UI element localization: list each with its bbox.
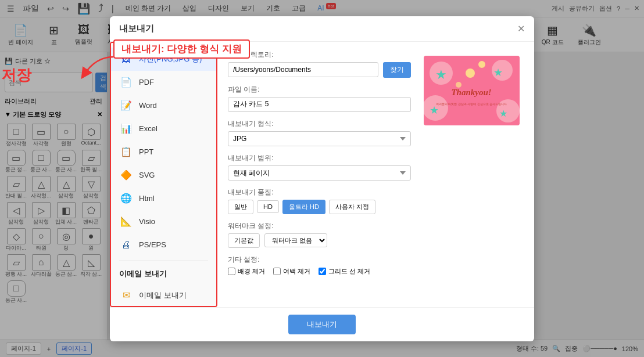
format-ppt[interactable]: 📋 PPT — [111, 140, 216, 164]
preview-svg: ★ ★ ★ ★ Thankyou! 여러분의 따뜻한 관심과 사랑에 진심으로 … — [424, 56, 520, 125]
export-modal: 내보내기 ✕ 🖼 사진(PNG,JPG 등) 📄 PDF 📝 Word — [110, 16, 534, 341]
filename-row: 파일 이름: — [228, 85, 411, 112]
modal-right-panel: 저장 디렉토리: 찾기 파일 이름: 내보내기 형식: — [217, 42, 534, 307]
range-label: 내보내기 범위: — [228, 153, 411, 163]
margin-remove-check[interactable]: 여백 제거 — [273, 267, 310, 276]
range-select[interactable]: 현재 페이지 모든 페이지 — [228, 165, 411, 181]
svg-text:★: ★ — [499, 109, 507, 118]
quality-ultrahd-btn[interactable]: 울트라 HD — [282, 200, 325, 214]
extra-settings-row: 기타 설정: 배경 제거 여백 제거 — [228, 255, 411, 276]
quality-hd-btn[interactable]: HD — [257, 200, 279, 213]
word-icon: 📝 — [119, 99, 133, 113]
format-svg[interactable]: 🔶 SVG — [111, 164, 216, 187]
quality-row-container: 내보내기 품질: 일반 HD 울트라 HD 사용자 지정 — [228, 187, 411, 214]
modal-title: 내보내기 — [119, 23, 154, 34]
preview-image: ★ ★ ★ ★ Thankyou! 여러분의 따뜻한 관심과 사랑에 진심으로 … — [424, 56, 520, 125]
svg-text:여러분의 따뜻한 관심과 사랑에 진심으로 감사드립니다: 여러분의 따뜻한 관심과 사랑에 진심으로 감사드립니다 — [436, 102, 507, 106]
email-icon: ✉ — [119, 289, 133, 302]
preview-area: ★ ★ ★ ★ Thankyou! 여러분의 따뜻한 관심과 사랑에 진심으로 … — [419, 50, 524, 299]
png-icon: 🖼 — [119, 52, 133, 66]
watermark-default-btn[interactable]: 기본값 — [228, 233, 260, 248]
format-png[interactable]: 🖼 사진(PNG,JPG 등) — [111, 48, 216, 71]
format-word[interactable]: 📝 Word — [111, 94, 216, 117]
email-section-title: 이메일 보내기 — [111, 264, 216, 284]
modal-overlay[interactable]: 내보내기 ✕ 🖼 사진(PNG,JPG 등) 📄 PDF 📝 Word — [0, 0, 644, 357]
pseps-icon: 🖨 — [119, 238, 133, 252]
svg-icon: 🔶 — [119, 168, 133, 182]
watermark-row-container: 워터마크 설정: 기본값 워터마크 없음 — [228, 221, 411, 248]
svg-text:Thankyou!: Thankyou! — [451, 88, 491, 97]
format-pseps[interactable]: 🖨 PS/EPS — [111, 233, 216, 257]
grid-remove-label: 그리드 선 제거 — [328, 267, 370, 276]
modal-body: 🖼 사진(PNG,JPG 등) 📄 PDF 📝 Word 📊 Excel 📋 — [110, 42, 534, 307]
watermark-label: 워터마크 설정: — [228, 221, 411, 231]
watermark-select[interactable]: 워터마크 없음 — [264, 233, 327, 247]
bg-remove-input[interactable] — [228, 268, 235, 275]
html-label: Html — [139, 194, 155, 203]
modal-close-btn[interactable]: ✕ — [517, 23, 525, 34]
svg-text:★: ★ — [435, 67, 447, 82]
bg-remove-check[interactable]: 배경 제거 — [228, 267, 265, 276]
sep-email — [119, 260, 208, 261]
pdf-label: PDF — [139, 78, 154, 86]
extra-label: 기타 설정: — [228, 255, 411, 265]
save-dir-input[interactable] — [228, 62, 378, 77]
quality-buttons: 일반 HD 울트라 HD 사용자 지정 — [228, 200, 411, 214]
modal-header: 내보내기 ✕ — [110, 16, 534, 42]
watermark-controls: 기본값 워터마크 없음 — [228, 233, 411, 248]
svg-text:★: ★ — [430, 104, 439, 116]
visio-label: Visio — [139, 217, 155, 226]
ppt-label: PPT — [139, 147, 153, 156]
svg-point-11 — [456, 82, 461, 88]
filename-label: 파일 이름: — [228, 85, 411, 95]
email-item[interactable]: ✉ 이메일 보내기 — [111, 284, 216, 307]
quality-label: 내보내기 품질: — [228, 187, 411, 197]
browse-btn[interactable]: 찾기 — [383, 62, 411, 78]
extra-checkboxes: 배경 제거 여백 제거 그리드 선 제거 — [228, 267, 411, 276]
save-dir-inline: 찾기 — [228, 62, 411, 78]
grid-remove-check[interactable]: 그리드 선 제거 — [319, 267, 370, 276]
svg-label: SVG — [139, 171, 155, 179]
modal-footer: 내보내기 — [110, 307, 534, 341]
excel-label: Excel — [139, 124, 158, 133]
png-label: 사진(PNG,JPG 등) — [139, 54, 202, 64]
excel-icon: 📊 — [119, 122, 133, 136]
export-form: 저장 디렉토리: 찾기 파일 이름: 내보내기 형식: — [228, 50, 411, 299]
export-btn[interactable]: 내보내기 — [288, 315, 356, 334]
format-label: 내보내기 형식: — [228, 119, 411, 129]
pdf-icon: 📄 — [119, 75, 133, 89]
email-label: 이메일 보내기 — [139, 290, 187, 301]
quality-normal-btn[interactable]: 일반 — [228, 200, 253, 214]
svg-point-9 — [466, 68, 475, 78]
ppt-icon: 📋 — [119, 145, 133, 159]
format-html[interactable]: 🌐 Html — [111, 187, 216, 210]
format-select[interactable]: JPG PNG BMP — [228, 131, 411, 146]
visio-icon: 📐 — [119, 215, 133, 229]
svg-point-10 — [478, 61, 485, 68]
bg-remove-label: 배경 제거 — [238, 267, 265, 276]
pseps-label: PS/EPS — [139, 240, 166, 249]
filename-input[interactable] — [228, 97, 411, 112]
margin-remove-input[interactable] — [273, 268, 281, 275]
range-row: 내보내기 범위: 현재 페이지 모든 페이지 — [228, 153, 411, 181]
html-icon: 🌐 — [119, 192, 133, 205]
format-visio[interactable]: 📐 Visio — [111, 210, 216, 233]
format-excel[interactable]: 📊 Excel — [111, 117, 216, 140]
svg-text:★: ★ — [493, 67, 503, 78]
margin-remove-label: 여백 제거 — [283, 267, 310, 276]
format-row: 내보내기 형식: JPG PNG BMP — [228, 119, 411, 146]
quality-custom-btn[interactable]: 사용자 지정 — [329, 200, 375, 214]
grid-remove-input[interactable] — [319, 268, 326, 275]
modal-format-list: 🖼 사진(PNG,JPG 등) 📄 PDF 📝 Word 📊 Excel 📋 — [110, 42, 217, 307]
format-pdf[interactable]: 📄 PDF — [111, 71, 216, 94]
save-dir-row: 저장 디렉토리: 찾기 — [228, 50, 411, 78]
save-dir-label: 저장 디렉토리: — [228, 50, 411, 60]
word-label: Word — [139, 101, 157, 110]
